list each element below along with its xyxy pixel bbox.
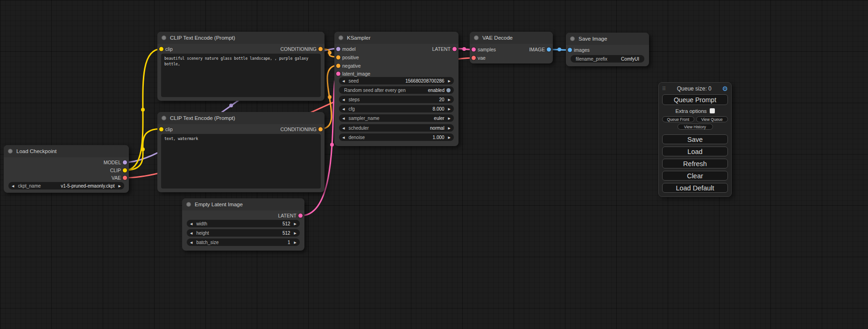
node-title-bar[interactable]: Save Image bbox=[566, 33, 649, 45]
node-vae-decode[interactable]: VAE Decode samples IMAGE vae bbox=[470, 32, 553, 63]
input-label: positive bbox=[342, 55, 359, 60]
widget-cfg[interactable]: ◀ cfg 8.000 ▶ bbox=[339, 105, 454, 112]
increment-arrow-icon[interactable]: ▶ bbox=[448, 117, 451, 120]
increment-arrow-icon[interactable]: ▶ bbox=[448, 136, 451, 139]
widget-label: height bbox=[196, 231, 209, 236]
widget-label: cfg bbox=[348, 106, 354, 112]
queue-prompt-button[interactable]: Queue Prompt bbox=[662, 94, 728, 105]
collapse-dot[interactable] bbox=[570, 36, 575, 41]
input-slot-images[interactable] bbox=[568, 48, 572, 52]
output-slot-latent[interactable] bbox=[452, 47, 457, 51]
node-clip-text-encode-positive[interactable]: CLIP Text Encode (Prompt) clip CONDITION… bbox=[157, 32, 325, 101]
save-button[interactable]: Save bbox=[662, 134, 728, 144]
toggle-knob[interactable] bbox=[446, 88, 451, 92]
link-dot bbox=[462, 47, 466, 51]
widget-sampler-name[interactable]: ◀ sampler_name euler ▶ bbox=[339, 114, 454, 122]
output-slot-conditioning[interactable] bbox=[318, 47, 323, 51]
decrement-arrow-icon[interactable]: ◀ bbox=[342, 79, 345, 83]
queue-size-label: Queue size: 0 bbox=[668, 85, 720, 92]
view-queue-button[interactable]: View Queue bbox=[696, 116, 728, 122]
output-slot-model[interactable] bbox=[123, 160, 127, 164]
slot-row: latent_image bbox=[334, 70, 459, 77]
decrement-arrow-icon[interactable]: ◀ bbox=[342, 126, 345, 130]
input-label: clip bbox=[165, 126, 173, 132]
prompt-textarea[interactable]: text, watermark bbox=[161, 134, 321, 189]
increment-arrow-icon[interactable]: ▶ bbox=[294, 231, 296, 235]
widget-scheduler[interactable]: ◀ scheduler normal ▶ bbox=[339, 124, 454, 132]
input-slot-positive[interactable] bbox=[336, 55, 340, 59]
widget-label: ckpt_name bbox=[18, 183, 41, 189]
decrement-arrow-icon[interactable]: ◀ bbox=[342, 98, 345, 101]
slot-row: MODEL bbox=[4, 158, 129, 166]
input-slot-samples[interactable] bbox=[472, 47, 476, 51]
increment-arrow-icon[interactable]: ▶ bbox=[448, 107, 451, 111]
output-slot-conditioning[interactable] bbox=[318, 127, 323, 131]
increment-arrow-icon[interactable]: ▶ bbox=[294, 222, 296, 225]
node-title-bar[interactable]: Load Checkpoint bbox=[4, 145, 129, 157]
widget-seed[interactable]: ◀ seed 156680208700286 ▶ bbox=[339, 77, 454, 84]
output-slot-clip[interactable] bbox=[123, 168, 127, 172]
widget-label: scheduler bbox=[348, 126, 368, 131]
widget-value: 8.000 bbox=[433, 106, 445, 112]
collapse-dot[interactable] bbox=[162, 116, 166, 120]
decrement-arrow-icon[interactable]: ◀ bbox=[190, 222, 192, 225]
node-title-bar[interactable]: Empty Latent Image bbox=[182, 198, 304, 210]
node-graph-canvas[interactable]: Load Checkpoint MODEL CLIP VAE ◀ ckpt_na… bbox=[0, 0, 868, 329]
collapse-dot[interactable] bbox=[186, 202, 191, 207]
output-slot-latent[interactable] bbox=[298, 213, 303, 217]
output-slot-vae[interactable] bbox=[123, 175, 127, 180]
collapse-dot[interactable] bbox=[474, 35, 479, 40]
drag-handle-icon[interactable]: ⠿ bbox=[662, 86, 665, 92]
increment-arrow-icon[interactable]: ▶ bbox=[448, 98, 451, 101]
node-title-bar[interactable]: CLIP Text Encode (Prompt) bbox=[157, 32, 325, 44]
clear-button[interactable]: Clear bbox=[662, 171, 728, 181]
node-ksampler[interactable]: KSampler model LATENT positive negative … bbox=[334, 32, 459, 146]
node-title-bar[interactable]: KSampler bbox=[334, 32, 459, 44]
increment-arrow-icon[interactable]: ▶ bbox=[119, 184, 121, 188]
widget-value: 20 bbox=[439, 97, 444, 102]
input-slot-clip[interactable] bbox=[159, 47, 163, 51]
widget-width[interactable]: ◀ width 512 ▶ bbox=[187, 220, 300, 227]
node-empty-latent-image[interactable]: Empty Latent Image LATENT ◀ width 512 ▶ … bbox=[182, 198, 304, 251]
increment-arrow-icon[interactable]: ▶ bbox=[448, 79, 451, 83]
decrement-arrow-icon[interactable]: ◀ bbox=[190, 231, 192, 235]
node-title-bar[interactable]: CLIP Text Encode (Prompt) bbox=[157, 112, 325, 124]
input-slot-vae[interactable] bbox=[472, 56, 476, 60]
widget-steps[interactable]: ◀ steps 20 ▶ bbox=[339, 96, 454, 103]
input-slot-latent-image[interactable] bbox=[336, 71, 340, 76]
input-label: negative bbox=[342, 63, 361, 69]
decrement-arrow-icon[interactable]: ◀ bbox=[342, 136, 345, 139]
decrement-arrow-icon[interactable]: ◀ bbox=[342, 117, 345, 120]
decrement-arrow-icon[interactable]: ◀ bbox=[12, 184, 14, 188]
widget-random-seed-toggle[interactable]: Random seed after every gen enabled bbox=[339, 86, 454, 94]
queue-front-button[interactable]: Queue Front bbox=[662, 116, 694, 122]
widget-ckpt-name[interactable]: ◀ ckpt_name v1-5-pruned-emaonly.ckpt ▶ bbox=[8, 182, 124, 189]
collapse-dot[interactable] bbox=[162, 35, 166, 40]
widget-label: batch_size bbox=[196, 240, 219, 245]
node-clip-text-encode-negative[interactable]: CLIP Text Encode (Prompt) clip CONDITION… bbox=[157, 112, 325, 192]
prompt-textarea[interactable]: beautiful scenery nature glass bottle la… bbox=[161, 54, 321, 97]
collapse-dot[interactable] bbox=[339, 35, 343, 40]
load-button[interactable]: Load bbox=[662, 147, 728, 156]
input-slot-clip[interactable] bbox=[159, 127, 163, 131]
output-slot-image[interactable] bbox=[547, 47, 551, 51]
decrement-arrow-icon[interactable]: ◀ bbox=[342, 107, 345, 111]
widget-height[interactable]: ◀ height 512 ▶ bbox=[187, 229, 300, 237]
settings-gear-icon[interactable]: ⚙ bbox=[722, 85, 728, 92]
extra-options-checkbox[interactable] bbox=[710, 108, 715, 113]
refresh-button[interactable]: Refresh bbox=[662, 159, 728, 168]
node-load-checkpoint[interactable]: Load Checkpoint MODEL CLIP VAE ◀ ckpt_na… bbox=[4, 145, 129, 193]
widget-filename-prefix[interactable]: filename_prefix ComfyUI bbox=[571, 55, 644, 63]
input-slot-model[interactable] bbox=[336, 47, 340, 51]
view-history-button[interactable]: View History bbox=[677, 124, 713, 130]
widget-denoise[interactable]: ◀ denoise 1.000 ▶ bbox=[339, 133, 454, 141]
load-default-button[interactable]: Load Default bbox=[662, 183, 728, 193]
widget-batch-size[interactable]: ◀ batch_size 1 ▶ bbox=[187, 238, 300, 246]
increment-arrow-icon[interactable]: ▶ bbox=[448, 126, 451, 130]
decrement-arrow-icon[interactable]: ◀ bbox=[190, 241, 192, 244]
collapse-dot[interactable] bbox=[8, 149, 13, 154]
node-save-image[interactable]: Save Image images filename_prefix ComfyU… bbox=[566, 33, 649, 66]
node-title-bar[interactable]: VAE Decode bbox=[470, 32, 553, 44]
input-slot-negative[interactable] bbox=[336, 63, 340, 68]
increment-arrow-icon[interactable]: ▶ bbox=[294, 241, 296, 244]
